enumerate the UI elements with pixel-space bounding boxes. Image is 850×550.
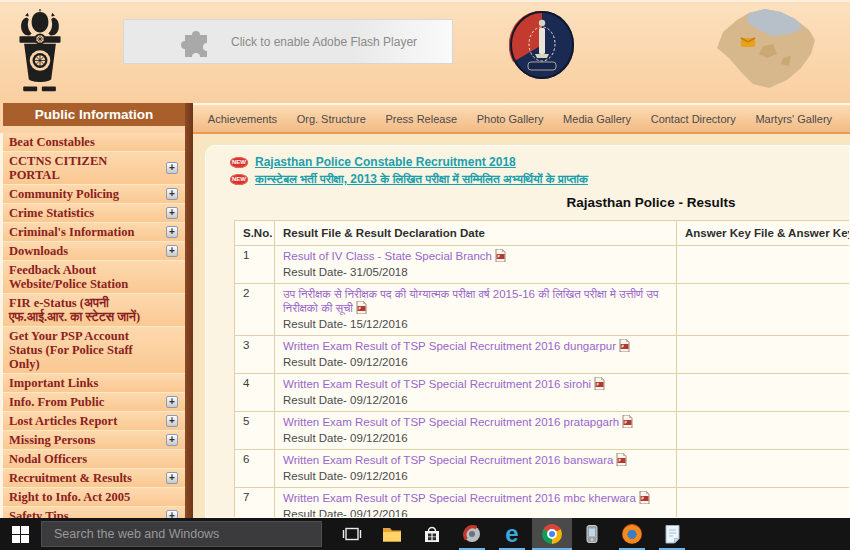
file-explorer-button[interactable] <box>372 518 412 550</box>
device-app-button[interactable] <box>572 518 612 550</box>
sidebar-item[interactable]: Nodal Officers + <box>3 450 185 469</box>
windows-taskbar: e <box>0 518 850 550</box>
result-date: Result Date- 09/12/2016 <box>283 355 668 369</box>
device-app-icon <box>583 524 601 544</box>
top-nav: AchievementsOrg. StructurePress ReleaseP… <box>190 103 850 134</box>
result-date: Result Date- 09/12/2016 <box>283 431 668 445</box>
row-result-cell: उप निरीक्षक से निरीक्षक पद की योग्यात्मक… <box>275 284 677 336</box>
row-sno: 7 <box>235 488 275 519</box>
sidebar-item-label: Get Your PSP Account Status (For Police … <box>9 329 159 371</box>
firefox-button[interactable] <box>612 518 652 550</box>
result-file-link[interactable]: Written Exam Result of TSP Special Recru… <box>283 378 591 390</box>
sidebar-item[interactable]: Missing Persons + <box>3 431 185 450</box>
sidebar-item-label: CCTNS CITIZEN PORTAL <box>9 154 159 182</box>
file-explorer-icon <box>382 525 402 543</box>
sidebar-item-label: Downloads <box>9 244 68 258</box>
sidebar-item-label: Feedback About Website/Police Station <box>9 263 159 291</box>
announcement-row: NEW Rajasthan Police Constable Recruitme… <box>230 155 849 169</box>
sidebar-item[interactable]: Beat Constables + <box>3 133 185 152</box>
announcements: NEW Rajasthan Police Constable Recruitme… <box>230 155 849 186</box>
sidebar-item[interactable]: Right to Info. Act 2005 + <box>3 488 185 507</box>
ccleaner-button[interactable] <box>452 518 492 550</box>
result-file-link[interactable]: उप निरीक्षक से निरीक्षक पद की योग्यात्मक… <box>283 288 658 314</box>
row-sno: 3 <box>235 336 275 374</box>
sidebar-item[interactable]: Downloads + <box>3 242 185 261</box>
sidebar-item[interactable]: Criminal's Information + <box>3 223 185 242</box>
sidebar-item[interactable]: CCTNS CITIZEN PORTAL + <box>3 152 185 185</box>
expand-plus-icon[interactable]: + <box>166 472 178 484</box>
nav-item[interactable]: Martyrs' Gallery <box>755 113 832 125</box>
sidebar-item-label: Community Policing <box>9 187 119 201</box>
row-result-cell: Written Exam Result of TSP Special Recru… <box>275 450 677 488</box>
sidebar-item-label: Lost Articles Report <box>9 414 117 428</box>
nav-item[interactable]: Media Gallery <box>563 113 631 125</box>
nav-item[interactable]: Photo Gallery <box>477 113 544 125</box>
sidebar-item[interactable]: Info. From Public + <box>3 393 185 412</box>
sidebar-item-label: FIR e-Status (अपनी एफ.आई.आर. का स्टेटस ज… <box>9 296 159 324</box>
nav-item[interactable]: Press Release <box>385 113 457 125</box>
expand-plus-icon[interactable]: + <box>166 207 178 219</box>
sidebar-item-label: Nodal Officers <box>9 452 87 466</box>
pdf-icon[interactable] <box>356 301 367 316</box>
store-button[interactable] <box>412 518 452 550</box>
sidebar-item[interactable]: Community Policing + <box>3 185 185 204</box>
result-date: Result Date- 09/12/2016 <box>283 507 668 518</box>
row-answer-cell <box>677 284 850 336</box>
expand-plus-icon[interactable]: + <box>166 434 178 446</box>
announcement-link[interactable]: Rajasthan Police Constable Recruitment 2… <box>255 155 516 169</box>
announcement-link[interactable]: कान्स्टेबल भर्ती परीक्षा, 2013 के लिखित … <box>255 172 588 186</box>
row-result-cell: Written Exam Result of TSP Special Recru… <box>275 412 677 450</box>
pdf-icon[interactable] <box>616 453 627 468</box>
nav-item[interactable]: Contact Directory <box>651 113 736 125</box>
result-file-link[interactable]: Result of IV Class - State Special Branc… <box>283 250 492 262</box>
sidebar-item[interactable]: Important Links + <box>3 374 185 393</box>
firefox-icon <box>622 524 642 544</box>
result-date: Result Date- 09/12/2016 <box>283 393 668 407</box>
expand-plus-icon[interactable]: + <box>166 226 178 238</box>
task-view-button[interactable] <box>332 518 372 550</box>
result-file-link[interactable]: Written Exam Result of TSP Special Recru… <box>283 454 613 466</box>
notepad-button[interactable] <box>652 518 692 550</box>
sidebar-item[interactable]: Feedback About Website/Police Station + <box>3 261 185 294</box>
sidebar-item[interactable]: Get Your PSP Account Status (For Police … <box>3 327 185 374</box>
sidebar-item-label: Missing Persons <box>9 433 95 447</box>
result-file-link[interactable]: Written Exam Result of TSP Special Recru… <box>283 492 636 504</box>
pdf-icon[interactable] <box>594 377 605 392</box>
expand-plus-icon[interactable]: + <box>166 188 178 200</box>
sidebar-item-label: Recruitment & Results <box>9 471 132 485</box>
sidebar-item[interactable]: Recruitment & Results + <box>3 469 185 488</box>
pdf-icon[interactable] <box>619 339 630 354</box>
national-emblem-icon <box>12 7 68 99</box>
rajasthan-map-icon <box>703 6 825 94</box>
sidebar-item[interactable]: Crime Statistics + <box>3 204 185 223</box>
rajasthan-police-logo-icon <box>509 10 575 80</box>
expand-plus-icon[interactable]: + <box>166 162 178 174</box>
row-answer-cell <box>677 488 850 519</box>
col-answer-key: Answer Key File & Answer Key Date <box>677 221 850 246</box>
result-date: Result Date- 09/12/2016 <box>283 469 668 483</box>
search-input[interactable] <box>42 527 321 541</box>
sidebar-item[interactable]: FIR e-Status (अपनी एफ.आई.आर. का स्टेटस ज… <box>3 294 185 327</box>
expand-plus-icon[interactable]: + <box>166 245 178 257</box>
chrome-button[interactable] <box>532 518 572 550</box>
taskbar-search <box>41 521 322 547</box>
pdf-icon[interactable] <box>622 415 633 430</box>
sidebar-item[interactable]: Lost Articles Report + <box>3 412 185 431</box>
pdf-icon[interactable] <box>639 491 650 506</box>
expand-plus-icon[interactable]: + <box>166 396 178 408</box>
nav-item[interactable]: Achievements <box>208 113 277 125</box>
table-row: 5 Written Exam Result of TSP Special Rec… <box>235 412 850 450</box>
pdf-icon[interactable] <box>495 249 506 264</box>
table-row: 6 Written Exam Result of TSP Special Rec… <box>235 450 850 488</box>
flash-notice-text: Click to enable Adobe Flash Player <box>231 35 417 49</box>
flash-player-notice[interactable]: Click to enable Adobe Flash Player <box>123 19 453 64</box>
new-badge: NEW <box>230 157 248 168</box>
expand-plus-icon[interactable]: + <box>166 415 178 427</box>
sidebar-menu: Beat Constables + CCTNS CITIZEN PORTAL +… <box>0 133 185 518</box>
result-file-link[interactable]: Written Exam Result of TSP Special Recru… <box>283 416 619 428</box>
nav-item[interactable]: Org. Structure <box>297 113 366 125</box>
result-file-link[interactable]: Written Exam Result of TSP Special Recru… <box>283 340 616 352</box>
start-button[interactable] <box>0 518 40 550</box>
sidebar-item-label: Beat Constables <box>9 135 95 149</box>
edge-button[interactable]: e <box>492 518 532 550</box>
